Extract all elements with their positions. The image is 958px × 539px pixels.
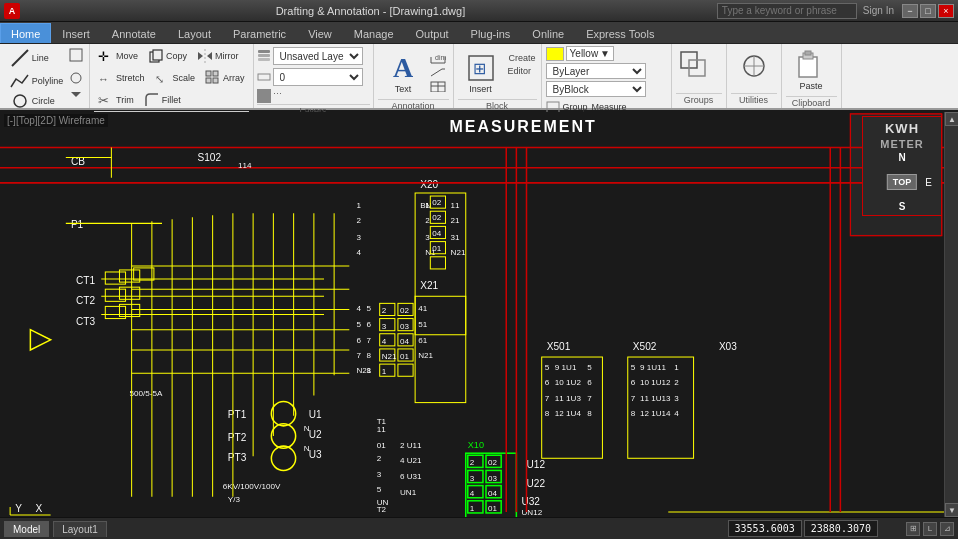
svg-point-1 (14, 95, 26, 107)
snap-toggle[interactable]: ⊞ (906, 522, 920, 536)
tab-plugins[interactable]: Plug-ins (460, 23, 522, 43)
scrollbar-right: ▲ ▼ (944, 112, 958, 517)
svg-text:02: 02 (488, 458, 498, 467)
tab-layout[interactable]: Layout (167, 23, 222, 43)
svg-text:U3: U3 (309, 449, 322, 460)
canvas-area[interactable]: [-][Top][2D] Wireframe MEASUREMENT .wire… (0, 112, 958, 517)
svg-marker-70 (30, 330, 50, 350)
top-button[interactable]: TOP (887, 174, 917, 190)
svg-marker-8 (198, 52, 203, 60)
ribbon-tabs: Home Insert Annotate Layout Parametric V… (0, 22, 958, 44)
array-tool[interactable]: Array (201, 68, 249, 88)
svg-text:04: 04 (400, 337, 410, 346)
svg-text:↔: ↔ (98, 73, 109, 85)
kwh-label: KWH (885, 121, 919, 136)
minimize-button[interactable]: − (902, 4, 918, 18)
tab-express[interactable]: Express Tools (575, 23, 665, 43)
sign-in-link[interactable]: Sign In (863, 5, 894, 16)
layer-state-select[interactable]: Unsaved Layer State (273, 47, 363, 65)
tab-annotate[interactable]: Annotate (101, 23, 167, 43)
scale-tool[interactable]: ⤡ Scale (151, 68, 200, 88)
south-label: S (899, 201, 906, 212)
svg-text:N21: N21 (418, 351, 433, 360)
nav-cube-overlay: KWH METER N S E TOP (862, 116, 942, 216)
svg-rect-40 (805, 51, 811, 55)
svg-text:7: 7 (367, 336, 372, 345)
svg-text:5: 5 (587, 363, 592, 372)
svg-text:02: 02 (400, 306, 410, 315)
paste-btn[interactable]: Paste (788, 46, 834, 95)
search-input[interactable] (717, 3, 857, 19)
scroll-down-btn[interactable]: ▼ (945, 503, 958, 517)
trim-tool[interactable]: ✂ Trim (94, 90, 138, 110)
layers-icon (257, 49, 271, 63)
close-button[interactable]: × (938, 4, 954, 18)
linetype-select[interactable]: ByLayer (546, 63, 646, 79)
svg-text:UN12: UN12 (521, 508, 542, 517)
svg-point-60 (271, 424, 295, 448)
svg-text:PT3: PT3 (228, 452, 247, 463)
scroll-track-v[interactable] (945, 126, 958, 503)
svg-rect-20 (258, 74, 270, 80)
color-select[interactable]: Yellow ▼ (566, 46, 614, 61)
fillet-tool[interactable]: Fillet (140, 90, 185, 110)
tab-insert[interactable]: Insert (51, 23, 101, 43)
svg-text:U12: U12 (527, 459, 546, 470)
lineweight-select[interactable]: ByBlock (546, 81, 646, 97)
svg-text:5: 5 (367, 304, 372, 313)
svg-text:5: 5 (631, 363, 636, 372)
tab-parametric[interactable]: Parametric (222, 23, 297, 43)
copy-tool[interactable]: Copy (144, 46, 191, 66)
model-tab[interactable]: Model (4, 521, 49, 537)
maximize-button[interactable]: □ (920, 4, 936, 18)
svg-text:N: N (304, 424, 310, 433)
polar-toggle[interactable]: ⊿ (940, 522, 954, 536)
svg-text:03: 03 (488, 474, 498, 483)
svg-text:03: 03 (400, 322, 410, 331)
svg-text:X21: X21 (420, 280, 438, 291)
create-block-btn[interactable]: Create (508, 52, 537, 64)
dimension-icon: dim (430, 52, 446, 64)
tab-home[interactable]: Home (0, 23, 51, 43)
svg-text:5: 5 (545, 363, 550, 372)
svg-text:4 U21: 4 U21 (400, 456, 422, 465)
tab-view[interactable]: View (297, 23, 343, 43)
tab-manage[interactable]: Manage (343, 23, 405, 43)
move-tool[interactable]: ✛ Move (94, 46, 142, 66)
svg-text:9 1U11: 9 1U11 (640, 363, 667, 372)
block-editor-btn[interactable]: Editor (508, 66, 537, 76)
groups-group: Groups (672, 44, 727, 108)
coordinates-display: 33553.6003 23880.3070 (728, 517, 878, 539)
svg-rect-92 (430, 257, 445, 269)
circle-tool[interactable]: Circle (6, 92, 68, 110)
layer-name-select[interactable]: 0 (273, 68, 363, 86)
svg-text:N21: N21 (382, 352, 397, 361)
layer-tools: ⋯ (273, 89, 282, 103)
tab-output[interactable]: Output (405, 23, 460, 43)
svg-text:✂: ✂ (98, 93, 109, 108)
y-coord: 23880.3070 (804, 520, 878, 537)
tab-online[interactable]: Online (521, 23, 575, 43)
svg-text:6 U31: 6 U31 (400, 472, 422, 481)
svg-text:N21: N21 (451, 248, 466, 257)
title-bar: A Drafting & Annotation - [Drawing1.dwg]… (0, 0, 958, 22)
paste-icon (795, 49, 827, 81)
stretch-tool[interactable]: ↔ Stretch (94, 68, 149, 88)
layout1-tab[interactable]: Layout1 (53, 521, 107, 537)
svg-text:PT1: PT1 (228, 409, 247, 420)
svg-text:CT3: CT3 (76, 316, 95, 327)
app-icon: A (4, 3, 20, 19)
line-tool[interactable]: Line (6, 46, 68, 70)
svg-text:12 1U14: 12 1U14 (640, 409, 671, 418)
svg-rect-38 (799, 57, 817, 77)
text-tool[interactable]: A Text (380, 48, 426, 98)
svg-text:U1: U1 (309, 409, 322, 420)
scroll-up-btn[interactable]: ▲ (945, 112, 958, 126)
mirror-tool[interactable]: Mirror (193, 46, 243, 66)
insert-block-btn[interactable]: ⊞ Insert (458, 48, 504, 98)
utilities-group-label: Utilities (731, 93, 777, 105)
layer-settings-btn[interactable] (257, 89, 271, 103)
ortho-toggle[interactable]: L (923, 522, 937, 536)
polyline-tool[interactable]: Polyline (6, 72, 68, 90)
svg-text:2: 2 (470, 458, 475, 467)
